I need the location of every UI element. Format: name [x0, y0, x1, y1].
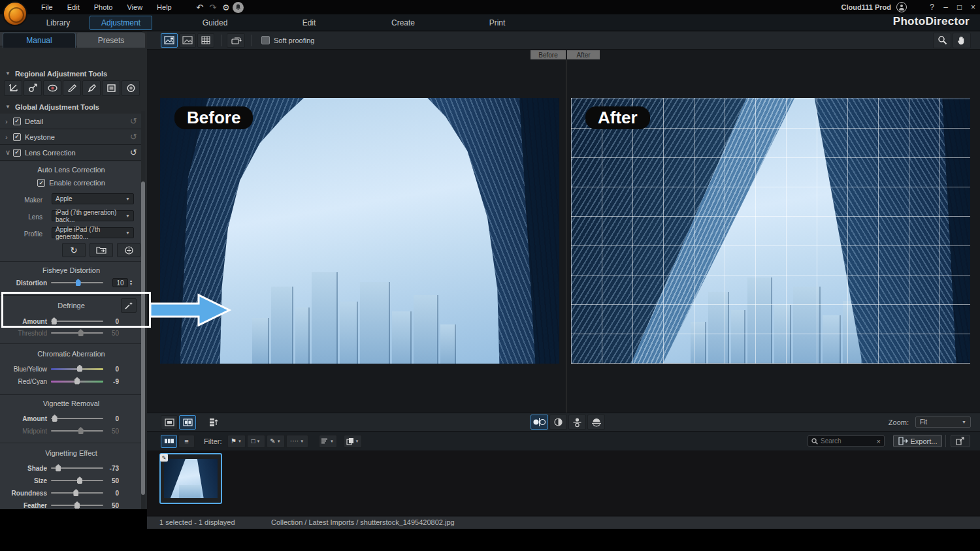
tab-guided[interactable]: Guided: [184, 16, 246, 29]
list-view-icon[interactable]: ≡: [178, 435, 195, 448]
keystone-checkbox[interactable]: [13, 133, 21, 141]
viewer-mode-icon[interactable]: [161, 33, 178, 48]
redo-icon[interactable]: ↷: [206, 1, 220, 13]
thumbnail-view-icon[interactable]: [161, 435, 177, 448]
photo-thumbnail[interactable]: ✎: [159, 453, 222, 504]
sidebar-scrollbar-thumb[interactable]: [141, 181, 145, 495]
vr-amount-slider[interactable]: [51, 418, 103, 419]
flag-filter-dropdown[interactable]: ⚑▼: [227, 435, 246, 448]
swap-before-after-icon[interactable]: [205, 415, 222, 430]
soft-proofing-checkbox[interactable]: [261, 36, 270, 44]
slider-handle[interactable]: [73, 489, 78, 496]
split-preview-icon[interactable]: [179, 415, 196, 430]
size-slider[interactable]: [51, 480, 103, 481]
lens-dropdown[interactable]: iPad (7th generation) back... ▼: [52, 210, 134, 221]
radial-filter-tool-icon[interactable]: [122, 80, 140, 96]
grid-view-icon[interactable]: [197, 33, 214, 48]
import-profile-folder-icon[interactable]: [90, 243, 113, 257]
help-button[interactable]: ?: [925, 1, 939, 13]
compare-divider[interactable]: [566, 59, 566, 413]
rating-filter-dropdown[interactable]: □▼: [247, 435, 265, 448]
sort-dropdown[interactable]: ▼: [319, 435, 337, 448]
single-preview-icon[interactable]: [161, 415, 178, 430]
clear-search-icon[interactable]: ×: [877, 437, 881, 445]
slider-handle[interactable]: [52, 317, 57, 324]
regional-collapse-icon[interactable]: ▼: [5, 71, 10, 76]
tab-manual[interactable]: Manual: [3, 33, 76, 48]
detail-reset-icon[interactable]: ↺: [130, 116, 137, 126]
compare-split-lr-icon[interactable]: [549, 415, 567, 430]
close-button[interactable]: ×: [966, 1, 980, 13]
distortion-slider-handle[interactable]: [76, 279, 81, 286]
slider-handle[interactable]: [74, 501, 80, 509]
adjustment-brush-tool-icon[interactable]: [63, 80, 81, 96]
profile-dropdown[interactable]: Apple iPad (7th generatio... ▼: [52, 227, 134, 238]
section-detail[interactable]: › Detail ↺: [0, 114, 142, 129]
shade-slider[interactable]: [51, 467, 103, 469]
distortion-value[interactable]: 10: [112, 278, 128, 287]
tab-library[interactable]: Library: [27, 16, 90, 29]
enable-correction-checkbox[interactable]: [37, 179, 45, 187]
tab-create[interactable]: Create: [372, 16, 434, 29]
zoom-tool-icon[interactable]: [933, 33, 951, 48]
after-tab[interactable]: After: [567, 50, 600, 59]
enable-correction-row[interactable]: Enable correction: [0, 179, 142, 187]
minimize-button[interactable]: –: [939, 1, 953, 13]
search-box[interactable]: ×: [808, 435, 885, 447]
share-icon[interactable]: [951, 435, 970, 447]
defringe-wand-icon[interactable]: [121, 298, 137, 313]
lens-correction-reset-icon[interactable]: ↺: [130, 148, 137, 157]
menu-file[interactable]: File: [34, 3, 60, 11]
search-input[interactable]: [821, 437, 877, 445]
menu-photo[interactable]: Photo: [87, 3, 120, 11]
account-name[interactable]: Cloud111 Prod: [841, 3, 891, 11]
before-tab[interactable]: Before: [531, 50, 566, 59]
lens-correction-expand-icon[interactable]: ∨: [5, 148, 13, 157]
keystone-expand-icon[interactable]: ›: [5, 133, 13, 141]
spot-removal-tool-icon[interactable]: [24, 80, 42, 96]
menu-view[interactable]: View: [120, 3, 150, 11]
tab-print[interactable]: Print: [466, 16, 529, 29]
breadcrumb[interactable]: Collection / Latest Imports / shuttersto…: [271, 518, 455, 526]
zoom-dropdown[interactable]: Fit ▼: [915, 417, 971, 428]
compare-split-tb-icon[interactable]: [587, 415, 605, 430]
hand-pan-tool-icon[interactable]: [953, 33, 971, 48]
compare-side-by-side-icon[interactable]: [531, 415, 548, 430]
global-collapse-icon[interactable]: ▼: [5, 104, 10, 110]
blue-yellow-slider[interactable]: [51, 368, 103, 370]
tab-adjustment[interactable]: Adjustment: [90, 16, 152, 30]
menu-edit[interactable]: Edit: [60, 3, 87, 11]
notification-bell-icon[interactable]: [233, 2, 244, 13]
user-account-icon[interactable]: [896, 2, 907, 12]
slider-handle[interactable]: [52, 415, 57, 422]
menu-help[interactable]: Help: [150, 3, 179, 11]
maximize-button[interactable]: □: [953, 1, 966, 13]
distortion-spinner[interactable]: ▴▾: [130, 279, 132, 286]
undo-icon[interactable]: ↶: [193, 1, 206, 13]
adjustment-brush2-tool-icon[interactable]: [82, 80, 101, 96]
global-tools-header[interactable]: ▼ Global Adjustment Tools: [0, 101, 142, 113]
slider-handle[interactable]: [77, 365, 82, 372]
distortion-slider[interactable]: [51, 282, 103, 283]
maker-dropdown[interactable]: Apple ▼: [52, 193, 134, 204]
lens-correction-checkbox[interactable]: [13, 149, 21, 157]
settings-gear-icon[interactable]: ⚙: [220, 1, 233, 13]
feather-slider[interactable]: [51, 505, 103, 506]
download-profiles-icon[interactable]: [117, 243, 140, 257]
gradient-mask-tool-icon[interactable]: [102, 80, 120, 96]
detail-expand-icon[interactable]: ›: [5, 118, 13, 125]
regional-tools-header[interactable]: ▼ Regional Adjustment Tools: [0, 67, 142, 80]
tab-edit[interactable]: Edit: [278, 16, 340, 29]
refresh-profiles-icon[interactable]: ↻: [62, 243, 86, 257]
slider-handle[interactable]: [78, 427, 84, 434]
slider-handle[interactable]: [78, 329, 84, 336]
defringe-threshold-slider[interactable]: [51, 332, 103, 334]
slider-handle[interactable]: [56, 464, 61, 471]
single-view-icon[interactable]: [179, 33, 196, 48]
compare-top-bottom-icon[interactable]: [568, 415, 586, 430]
stack-dropdown[interactable]: ▼: [344, 435, 362, 448]
detail-checkbox[interactable]: [13, 118, 21, 125]
export-button[interactable]: Export...: [893, 435, 942, 447]
slider-handle[interactable]: [77, 477, 82, 484]
roundness-slider[interactable]: [51, 492, 103, 494]
